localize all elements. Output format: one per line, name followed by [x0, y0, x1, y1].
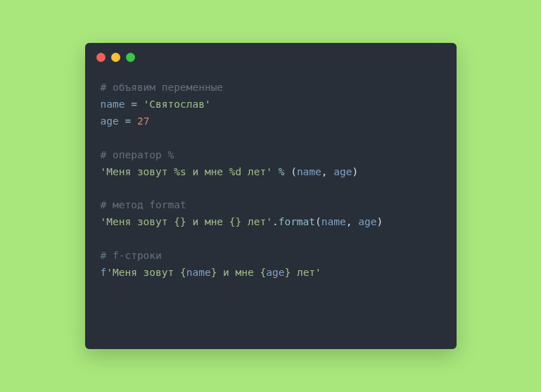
code-content: # объявим переменные name = 'Святослав' … — [85, 71, 457, 290]
comment: # f-строки — [101, 250, 162, 261]
string: 'Меня зовут { — [106, 267, 186, 278]
space — [284, 166, 291, 177]
code-line: 'Меня зовут %s и мне %d лет' % (name, ag… — [101, 164, 441, 181]
code-line: age = 27 — [101, 113, 441, 130]
comma: , — [346, 216, 358, 227]
maximize-icon[interactable] — [126, 53, 135, 62]
code-line: name = 'Святослав' — [101, 96, 441, 113]
variable: name — [297, 166, 322, 177]
space — [272, 166, 279, 177]
paren: ) — [352, 166, 358, 177]
code-line-blank — [101, 231, 441, 248]
window-titlebar — [85, 43, 457, 71]
comma: , — [322, 166, 333, 177]
variable: age — [358, 216, 376, 227]
string: } лет' — [284, 267, 321, 278]
variable: age — [333, 166, 352, 177]
code-line: 'Меня зовут {} и мне {} лет'.format(name… — [101, 214, 441, 231]
dot: . — [272, 216, 279, 227]
string: 'Меня зовут {} и мне {} лет' — [101, 216, 272, 227]
comment: # метод format — [101, 199, 186, 210]
variable: age — [101, 115, 119, 127]
number: 27 — [137, 115, 149, 127]
variable: name — [186, 267, 211, 278]
code-window: # объявим переменные name = 'Святослав' … — [85, 43, 457, 349]
string: 'Меня зовут %s и мне %d лет' — [101, 166, 272, 177]
comment: # объявим переменные — [101, 82, 224, 93]
paren: ( — [315, 216, 322, 227]
string: } и мне { — [211, 267, 267, 278]
code-line-blank — [101, 130, 441, 147]
code-line: # объявим переменные — [101, 80, 441, 96]
paren: ( — [291, 166, 297, 177]
operator: = — [125, 99, 143, 110]
paren: ) — [376, 216, 383, 227]
operator: = — [119, 115, 137, 127]
close-icon[interactable] — [96, 53, 106, 62]
function: format — [279, 216, 315, 227]
minimize-icon[interactable] — [111, 53, 120, 62]
code-line: # f-строки — [101, 248, 441, 265]
variable: age — [266, 267, 284, 278]
code-line: # метод format — [101, 197, 441, 214]
string: 'Святослав' — [144, 99, 211, 110]
code-line: f'Меня зовут {name} и мне {age} лет' — [101, 265, 441, 282]
variable: name — [322, 216, 346, 227]
code-line: # оператор % — [101, 147, 441, 164]
f-prefix: f — [101, 267, 107, 278]
variable: name — [101, 99, 125, 110]
code-line-blank — [101, 181, 441, 198]
comment: # оператор % — [101, 149, 174, 160]
